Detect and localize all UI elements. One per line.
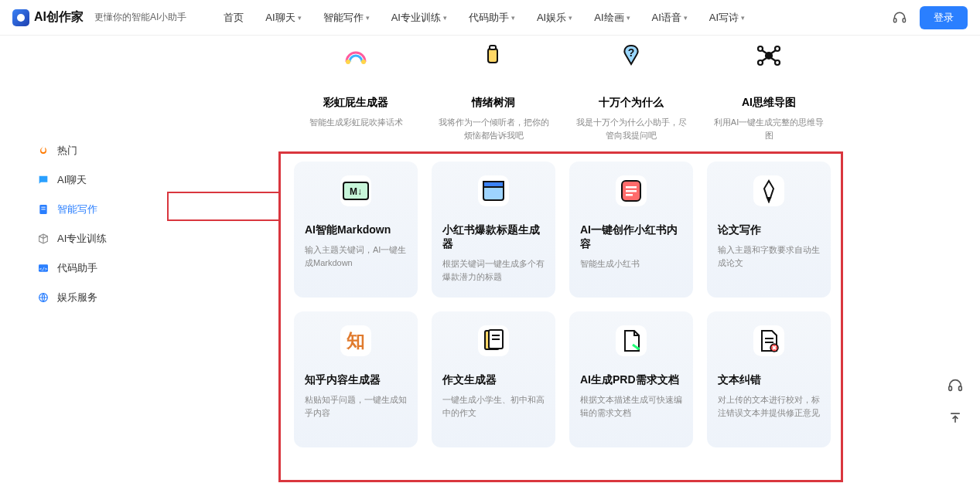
mindmap-icon [752,39,786,73]
svg-text:</>: </> [39,266,48,271]
float-actions [944,375,966,429]
sidebar-label: 智能写作 [57,202,97,216]
chevron-down-icon: ▾ [684,14,688,22]
card-title: 知乎内容生成器 [305,373,381,387]
card-desc: 粘贴知乎问题，一键生成知乎内容 [305,393,407,419]
card-title: AI一键创作小红书内容 [580,223,682,251]
svg-rect-35 [949,386,952,391]
card-title: 情绪树洞 [472,96,515,110]
question-icon: ? [614,39,648,73]
tool-card-thesis[interactable]: 论文写作 输入主题和字数要求自动生成论文 [707,162,831,298]
card-desc: 利用AI一键生成完整的思维导图 [713,116,825,141]
tool-card-xhs-content[interactable]: AI一键创作小红书内容 智能生成小红书 [569,162,693,298]
tool-card-prd[interactable]: AI生成PRD需求文档 根据文本描述生成可快速编辑的需求文档 [569,311,693,447]
sidebar-label: 娱乐服务 [57,291,97,304]
chevron-down-icon: ▾ [443,14,447,22]
zhihu-icon: 知 [340,325,371,356]
globe-icon [37,291,50,304]
card-desc: 输入主题和字数要求自动生成论文 [718,243,820,269]
tool-card-rainbow[interactable]: 彩虹屁生成器 智能生成彩虹屁吹捧话术 [294,39,418,141]
doc-icon [37,203,50,216]
nav-draw[interactable]: AI绘画▾ [594,11,630,25]
chevron-down-icon: ▾ [741,14,745,22]
logo[interactable]: AI创作家 [12,9,84,26]
svg-rect-36 [959,386,962,391]
nav-code[interactable]: 代码助手▾ [469,11,515,25]
sidebar-item-training[interactable]: AI专业训练 [0,224,170,253]
sidebar-item-chat[interactable]: AI聊天 [0,165,170,195]
svg-rect-23 [626,186,637,189]
tool-card-xhs-title[interactable]: 小红书爆款标题生成器 根据关键词一键生成多个有爆款潜力的标题 [432,162,555,298]
card-desc: 根据关键词一键生成多个有爆款潜力的标题 [442,257,545,283]
svg-rect-29 [492,335,500,336]
nav-voice[interactable]: AI语音▾ [652,11,688,25]
nav-poem[interactable]: AI写诗▾ [709,11,745,25]
prd-icon [616,325,647,356]
svg-rect-0 [894,18,896,22]
card-title: 论文写作 [718,223,761,237]
card-desc: 我是十万个为什么小助手，尽管向我提问吧 [575,116,687,141]
tool-card-correct[interactable]: 文本纠错 对上传的文本进行校对，标注错误文本并提供修正意见 [707,311,831,447]
sidebar-item-writing[interactable]: 智能写作 [0,195,170,224]
sidebar-item-hot[interactable]: 热门 [0,136,170,165]
tool-card-markdown[interactable]: M↓ AI智能Markdown 输入主题关键词，AI一键生成Markdown [294,162,418,298]
svg-point-13 [766,53,772,59]
fire-icon [37,145,50,157]
svg-text:知: 知 [346,330,365,351]
svg-text:?: ? [628,46,635,59]
card-desc: 智能生成小红书 [580,257,640,270]
sidebar: 热门 AI聊天 智能写作 AI专业训练 </> 代码助手 娱乐服务 [0,36,170,483]
logo-icon [12,9,29,26]
cube-icon [37,233,50,245]
nav-training[interactable]: AI专业训练▾ [391,11,447,25]
essay-icon [478,325,509,356]
back-to-top-button[interactable] [944,407,966,429]
card-desc: 我将作为一个倾听者，把你的烦恼都告诉我吧 [438,116,549,141]
correct-icon [753,325,784,356]
chevron-down-icon: ▾ [298,14,302,22]
svg-text:M↓: M↓ [350,186,362,197]
main-content: 彩虹屁生成器 智能生成彩虹屁吹捧话术 情绪树洞 我将作为一个倾听者，把你的烦恼都… [170,36,980,483]
svg-point-31 [637,347,640,350]
nav-home[interactable]: 首页 [224,11,244,25]
svg-rect-21 [483,182,504,187]
tool-card-zhihu[interactable]: 知 知乎内容生成器 粘贴知乎问题，一键生成知乎内容 [294,311,418,447]
tool-card-essay[interactable]: 作文生成器 一键生成小学生、初中和高中的作文 [432,311,555,447]
card-desc: 根据文本描述生成可快速编辑的需求文档 [580,393,682,419]
support-float-button[interactable] [944,375,966,396]
svg-rect-3 [41,207,45,208]
chevron-down-icon: ▾ [569,14,572,22]
tool-card-why[interactable]: ? 十万个为什么 我是十万个为什么小助手，尽管向我提问吧 [569,39,693,141]
card-desc: 对上传的文本进行校对，标注错误文本并提供修正意见 [718,393,820,419]
nav-chat[interactable]: AI聊天▾ [265,11,301,25]
nav-writing[interactable]: 智能写作▾ [323,11,370,25]
svg-rect-30 [492,338,500,340]
card-title: 彩虹屁生成器 [323,96,388,110]
card-title: 十万个为什么 [599,96,664,110]
svg-rect-32 [765,338,773,339]
top-nav: 首页 AI聊天▾ 智能写作▾ AI专业训练▾ 代码助手▾ AI娱乐▾ AI绘画▾… [224,11,886,25]
svg-point-9 [361,60,366,64]
card-title: 小红书爆款标题生成器 [442,223,545,251]
brand-name: AI创作家 [34,9,84,26]
sidebar-item-entertain[interactable]: 娱乐服务 [0,283,170,312]
login-button[interactable]: 登录 [920,6,968,29]
svg-rect-10 [488,49,497,63]
svg-rect-4 [41,209,45,209]
pen-icon [753,175,784,206]
card-title: AI智能Markdown [305,223,391,237]
chat-icon [37,174,50,186]
sidebar-label: AI专业训练 [57,232,107,246]
markdown-icon: M↓ [340,175,371,206]
svg-rect-25 [626,194,633,196]
card-title: AI生成PRD需求文档 [580,373,679,387]
support-icon[interactable] [892,10,907,26]
brand-subtitle: 更懂你的智能AI小助手 [94,11,186,24]
sidebar-label: AI聊天 [57,173,87,187]
nav-entertain[interactable]: AI娱乐▾ [537,11,572,25]
tool-card-mindmap[interactable]: AI思维导图 利用AI一键生成完整的思维导图 [707,39,831,141]
sidebar-item-code[interactable]: </> 代码助手 [0,253,170,283]
svg-rect-11 [490,46,496,49]
tool-card-emotion[interactable]: 情绪树洞 我将作为一个倾听者，把你的烦恼都告诉我吧 [432,39,555,141]
sidebar-label: 热门 [57,144,77,158]
